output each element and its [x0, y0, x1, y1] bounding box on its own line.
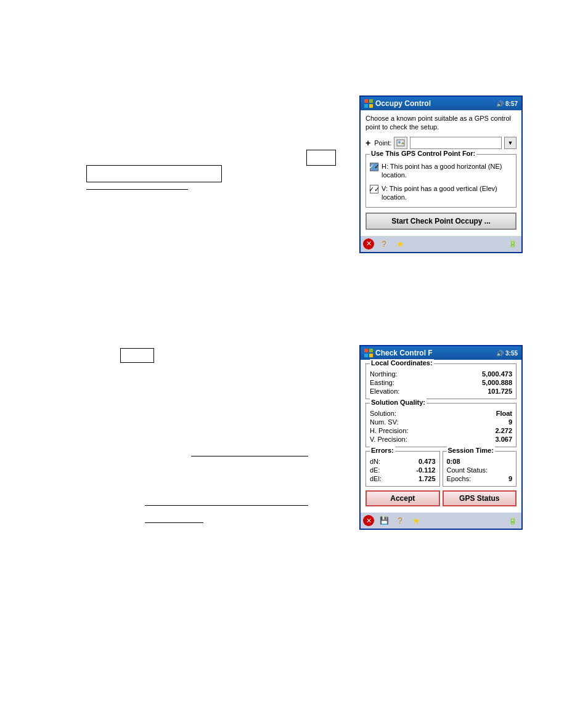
local-coords-section: Local Coordinates: Northing: 5,000.473 E… — [365, 363, 517, 399]
solution-label: Solution: — [370, 410, 396, 417]
point-label: Point: — [374, 139, 391, 147]
northing-row: Northing: 5,000.473 — [370, 370, 512, 378]
battery-icon: 🔋 — [507, 238, 519, 250]
epochs-label: Epochs: — [447, 475, 472, 482]
titlebar-status-area: 🔊 8:57 — [496, 100, 518, 107]
point-plus-icon: + — [365, 138, 370, 148]
svg-rect-10 — [369, 354, 373, 357]
checkbox-v-check: ✓ — [369, 185, 374, 193]
dialog2-save-icon[interactable]: 💾 — [378, 514, 390, 527]
dialog2-title: Check Control F — [375, 349, 433, 357]
h-precision-value: 2.272 — [495, 427, 512, 434]
dialog1-titlebar: Occupy Control 🔊 8:57 — [361, 97, 521, 110]
svg-point-5 — [398, 141, 401, 144]
v-precision-row: V. Precision: 3.067 — [370, 436, 512, 443]
del-value: 1.725 — [419, 475, 436, 482]
errors-session-row: Errors: dN: 0.473 dE: -0.112 dEl: 1.725 — [365, 451, 517, 487]
dialog1-footer: ✕ ? ★ 🔋 — [361, 236, 521, 252]
help-icon[interactable]: ? — [378, 238, 390, 250]
dialog2-close-icon[interactable]: ✕ — [363, 515, 374, 526]
checkbox-v-row: ✓ V: This point has a good vertical (Ele… — [370, 184, 512, 202]
point-dropdown-button[interactable]: ▼ — [504, 137, 517, 149]
errors-section: Errors: dN: 0.473 dE: -0.112 dEl: 1.725 — [365, 451, 440, 487]
point-row: + Point: ▼ — [365, 137, 517, 149]
star-icon[interactable]: ★ — [394, 238, 406, 250]
v-precision-label: V. Precision: — [370, 436, 407, 443]
session-time-value: 0:08 — [447, 458, 460, 465]
start-check-point-button[interactable]: Start Check Point Occupy ... — [365, 213, 517, 230]
checkbox-v[interactable]: ✓ — [370, 185, 378, 193]
use-gps-group: Use This GPS Control Point For: ✓ H: Thi… — [365, 154, 517, 208]
svg-rect-0 — [364, 99, 368, 103]
use-gps-legend: Use This GPS Control Point For: — [370, 150, 476, 157]
v-precision-value: 3.067 — [495, 436, 512, 443]
accept-button[interactable]: Accept — [365, 490, 440, 506]
checkbox-h-label: H: This point has a good horizontal (NE)… — [382, 162, 512, 180]
checkbox-h[interactable]: ✓ — [370, 163, 378, 171]
top-underline — [86, 189, 188, 190]
dialog2-star-icon[interactable]: ★ — [410, 514, 422, 527]
windows-logo-icon-2 — [364, 349, 373, 357]
solution-quality-legend: Solution Quality: — [370, 399, 427, 406]
num-sv-row: Num. SV: 9 — [370, 418, 512, 426]
dialog2-titlebar-left: Check Control F — [364, 349, 433, 357]
dialog2-status-area: 🔊 3:55 — [496, 350, 518, 357]
check-control-dialog: Check Control F 🔊 3:55 Local Coordinates… — [359, 345, 523, 530]
dialog2-battery-icon: 🔋 — [507, 514, 519, 527]
point-icon-button[interactable] — [394, 137, 407, 149]
de-row: dE: -0.112 — [370, 466, 436, 474]
easting-value: 5,000.888 — [482, 379, 512, 386]
dn-label: dN: — [370, 458, 380, 465]
dialog2-time: 3:55 — [505, 350, 518, 357]
h-precision-label: H. Precision: — [370, 427, 408, 434]
occupy-control-dialog: Occupy Control 🔊 8:57 Choose a known poi… — [359, 95, 523, 253]
gps-status-button[interactable]: GPS Status — [443, 490, 517, 506]
checkbox-h-check: ✓ — [369, 162, 374, 171]
dialog2-body: Local Coordinates: Northing: 5,000.473 E… — [361, 360, 521, 513]
easting-label: Easting: — [370, 379, 394, 386]
count-status-label: Count Status: — [447, 466, 488, 474]
session-legend: Session Time: — [447, 447, 495, 454]
dialog2-footer: ✕ 💾 ? ★ 🔋 — [361, 513, 521, 529]
solution-row: Solution: Float — [370, 410, 512, 417]
h-precision-row: H. Precision: 2.272 — [370, 427, 512, 434]
session-time-row: 0:08 — [447, 458, 513, 465]
bottom-underline-3 — [145, 522, 203, 523]
solution-value: Float — [496, 410, 512, 417]
titlebar-left: Occupy Control — [364, 99, 431, 108]
point-input-field[interactable] — [410, 137, 502, 149]
svg-rect-1 — [369, 99, 373, 103]
top-input-box[interactable] — [86, 165, 222, 182]
northing-value: 5,000.473 — [482, 370, 512, 378]
count-status-row: Count Status: — [447, 466, 513, 474]
del-label: dEl: — [370, 475, 382, 482]
svg-rect-8 — [369, 349, 373, 352]
elevation-row: Elevation: 101.725 — [370, 387, 512, 395]
dialog2-help-icon[interactable]: ? — [394, 514, 406, 527]
svg-rect-2 — [364, 104, 368, 108]
close-icon[interactable]: ✕ — [363, 238, 374, 249]
action-buttons-row: Accept GPS Status — [365, 490, 517, 506]
epochs-row: Epochs: 9 — [447, 475, 513, 482]
dialog1-time: 8:57 — [505, 100, 518, 107]
small-box-2[interactable] — [120, 348, 154, 363]
dn-value: 0.473 — [419, 458, 436, 465]
dialog2-titlebar: Check Control F 🔊 3:55 — [361, 346, 521, 360]
num-sv-label: Num. SV: — [370, 418, 399, 426]
solution-quality-section: Solution Quality: Solution: Float Num. S… — [365, 403, 517, 447]
dialog1-description: Choose a known point suitable as a GPS c… — [365, 114, 517, 132]
signal-icon: 🔊 — [496, 100, 504, 107]
top-small-box[interactable] — [306, 150, 336, 166]
elevation-value: 101.725 — [488, 387, 512, 395]
dialog1-body: Choose a known point suitable as a GPS c… — [361, 110, 521, 236]
de-label: dE: — [370, 466, 380, 474]
bottom-underline-2 — [145, 505, 308, 506]
svg-rect-3 — [369, 104, 373, 108]
num-sv-value: 9 — [508, 418, 512, 426]
svg-marker-6 — [401, 142, 404, 144]
northing-label: Northing: — [370, 370, 398, 378]
del-row: dEl: 1.725 — [370, 475, 436, 482]
windows-logo-icon — [364, 99, 373, 108]
checkbox-h-row: ✓ H: This point has a good horizontal (N… — [370, 162, 512, 180]
dialog2-signal-icon: 🔊 — [496, 350, 504, 357]
